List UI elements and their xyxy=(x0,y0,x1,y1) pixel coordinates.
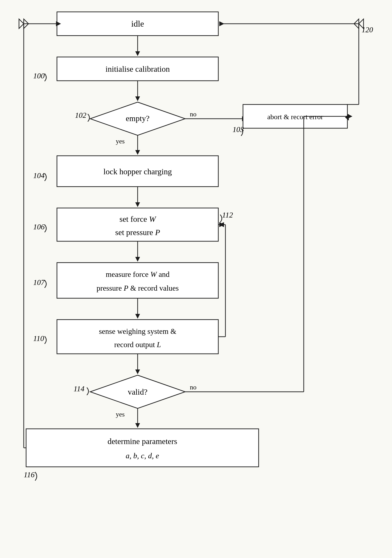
measure-force-text1: measure force W and xyxy=(106,270,170,279)
sense-weighing-text1: sense weighing system & xyxy=(99,327,176,336)
lbl-120: 120 xyxy=(362,26,373,34)
determine-params-text1: determine parameters xyxy=(108,437,177,446)
lbl-107: 107 xyxy=(33,278,45,287)
valid-text: valid? xyxy=(128,387,147,396)
yes-empty: yes xyxy=(116,138,125,145)
empty-text: empty? xyxy=(126,114,150,123)
lbl-116: 116 xyxy=(24,470,35,479)
no-valid: no xyxy=(190,384,196,391)
lbl-112: 112 xyxy=(222,211,233,219)
lbl-100: 100 xyxy=(33,71,45,80)
init-cal-text: initialise calibration xyxy=(106,65,170,73)
lbl-114: 114 xyxy=(74,384,85,393)
lock-hopper-text: lock hopper charging xyxy=(103,167,172,176)
measure-force-text2: pressure P & record values xyxy=(97,284,179,292)
lbl-104: 104 xyxy=(33,171,45,180)
svg-rect-80 xyxy=(26,429,259,467)
sense-weighing-text2: record output L xyxy=(114,340,161,349)
set-force-text: set force W xyxy=(119,215,157,223)
lbl-102: 102 xyxy=(75,111,86,119)
no-empty: no xyxy=(190,110,196,118)
set-pressure-text: set pressure P xyxy=(115,228,160,237)
lbl-106: 106 xyxy=(33,222,45,231)
main-diagram: idle initialise calibration 100 empty? 1… xyxy=(0,0,392,558)
svg-rect-67 xyxy=(57,263,218,298)
lbl-110: 110 xyxy=(33,334,44,343)
yes-valid: yes xyxy=(116,410,125,418)
idle-text: idle xyxy=(131,19,144,28)
determine-params-text2: a, b, c, d, e xyxy=(126,451,159,460)
